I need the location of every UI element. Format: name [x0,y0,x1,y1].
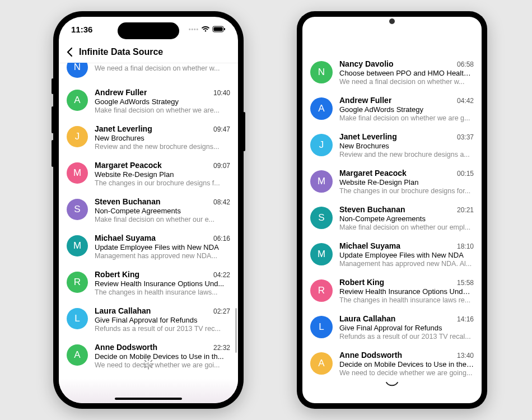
list-item[interactable]: MMichael Suyama06:16Update Employee File… [59,229,238,265]
item-body: Steven Buchanan08:42Non-Compete Agreemen… [95,197,230,223]
preview: The changes in our brochure designs f... [95,179,230,187]
iphone-vol-down [52,140,54,167]
list-item[interactable]: JJanet Leverling03:37New BrochuresReview… [302,128,482,164]
preview: We need to decide whether we are going..… [339,369,474,377]
item-body: Anne Dodsworth13:40Decide on Mobile Devi… [339,351,474,377]
list-item[interactable]: RRobert King15:58Review Health Insurance… [302,273,482,310]
timestamp: 09:47 [213,125,230,133]
list-item[interactable]: LLaura Callahan14:16Give Final Approval … [302,310,482,346]
back-button[interactable] [66,47,73,57]
subject: Review Health Insurance Options Und... [95,279,230,288]
sender-name: Janet Leverling [95,124,152,133]
item-body: Michael Suyama06:16Update Employee Files… [95,234,230,260]
iphone-frame: 11:36 •••• Infinite Data Source NChoose … [53,11,244,409]
subject: New Brochures [339,142,474,150]
subject: Non-Compete Agreements [339,214,474,223]
subject: Give Final Approval for Refunds [95,316,230,324]
avatar: S [67,199,88,220]
iphone-power [243,112,245,151]
svg-line-7 [145,361,146,362]
list-item[interactable]: SSteven Buchanan20:21Non-Compete Agreeme… [302,200,482,237]
home-indicator[interactable] [115,398,182,400]
item-body: Margaret Peacock00:15Website Re-Design P… [339,169,474,195]
avatar: A [310,352,333,375]
list-item[interactable]: SSteven Buchanan08:42Non-Compete Agreeme… [59,193,238,229]
timestamp: 22:32 [213,344,230,352]
list-item[interactable]: JJanet Leverling09:47New BrochuresReview… [59,120,238,156]
iphone-vol-up [52,106,54,133]
item-body: Janet Leverling09:47New BrochuresReview … [95,124,230,151]
preview: Management has approved new NDA. Al... [339,260,474,268]
preview: We need to decide whether we are goi... [95,361,230,369]
avatar: L [67,308,88,329]
message-list[interactable]: NChoose between PPO and HMO Healt...We n… [59,63,238,403]
timestamp: 04:22 [213,271,230,279]
item-body: Anne Dodsworth22:32Decide on Mobile Devi… [95,343,230,369]
timestamp: 10:40 [213,89,230,97]
sender-name: Margaret Peacock [339,169,407,178]
ios-clock: 11:36 [71,25,92,34]
item-body: Laura Callahan14:16Give Final Approval f… [339,314,474,340]
list-item[interactable]: MMargaret Peacock00:15Website Re-Design … [302,164,482,200]
list-item[interactable]: NChoose between PPO and HMO Healt...We n… [59,63,238,83]
sender-name: Andrew Fuller [95,88,147,97]
preview: The changes in health insurance laws re.… [339,296,474,304]
dynamic-island [118,22,179,39]
scroll-indicator[interactable] [235,308,237,353]
message-list[interactable]: NNancy Davolio06:58Choose between PPO an… [302,55,482,403]
subject: Decide on Mobile Devices to Use in th... [95,352,230,361]
timestamp: 18:10 [457,242,474,250]
subject: Review Health Insurance Options Under ..… [339,287,474,296]
item-body: Margaret Peacock09:07Website Re-Design P… [95,161,230,187]
sender-name: Robert King [95,270,139,279]
list-item[interactable]: NNancy Davolio06:58Choose between PPO an… [302,55,482,91]
timestamp: 02:27 [213,307,230,315]
preview: Refunds as a result of our 2013 TV rec..… [95,325,230,333]
list-item[interactable]: MMargaret Peacock09:07Website Re-Design … [59,156,238,193]
preview: Refunds as a result of our 2013 TV recal… [339,333,474,340]
item-body: Laura Callahan02:27Give Final Approval f… [95,306,230,333]
subject: Google AdWords Strategy [339,105,474,114]
avatar: R [310,279,333,302]
preview: Make final decision on whether we are g.… [339,114,474,122]
item-body: Robert King04:22Review Health Insurance … [95,270,230,296]
sender-name: Anne Dodsworth [339,351,402,360]
sender-name: Michael Suyama [339,241,400,250]
avatar: M [310,243,333,265]
battery-icon [212,25,226,34]
svg-line-9 [145,366,146,367]
preview: Make final decision on whether we are... [95,106,230,114]
list-item[interactable]: RRobert King04:22Review Health Insurance… [59,265,238,302]
timestamp: 13:40 [457,352,474,360]
avatar: L [310,316,333,338]
preview: Make final decision on whether our e... [95,216,230,223]
sender-name: Steven Buchanan [95,197,160,206]
sender-name: Andrew Fuller [339,96,391,105]
subject: Decide on Mobile Devices to Use in the F… [339,360,474,368]
subject: Non-Compete Agreements [95,207,230,215]
loading-spinner-icon [385,381,399,393]
timestamp: 04:42 [457,97,474,105]
list-item[interactable]: LLaura Callahan02:27Give Final Approval … [59,302,238,338]
timestamp: 09:07 [213,162,230,170]
list-item[interactable]: AAndrew Fuller04:42Google AdWords Strate… [302,91,482,128]
list-item[interactable]: MMichael Suyama18:10Update Employee File… [302,237,482,273]
sender-name: Margaret Peacock [95,161,162,170]
list-item[interactable]: AAndrew Fuller10:40Google AdWords Strate… [59,83,238,120]
timestamp: 14:16 [457,315,474,323]
timestamp: 15:58 [457,279,474,287]
page-title: Infinite Data Source [79,47,163,57]
subject: Google AdWords Strategy [95,97,230,106]
avatar: J [67,126,88,147]
sender-name: Michael Suyama [95,234,156,242]
avatar: A [67,90,88,111]
item-body: Robert King15:58Review Health Insurance … [339,278,474,304]
sender-name: Anne Dodsworth [95,343,157,352]
preview: The changes in our brochure designs for.… [339,187,474,195]
preview: We need a final decision on whether w... [95,64,230,72]
cellular-dots-icon: •••• [189,26,199,32]
list-item[interactable]: AAnne Dodsworth13:40Decide on Mobile Dev… [302,346,482,382]
subject: Website Re-Design Plan [339,178,474,186]
sender-name: Steven Buchanan [339,205,405,214]
item-body: Michael Suyama18:10Update Employee Files… [339,241,474,268]
